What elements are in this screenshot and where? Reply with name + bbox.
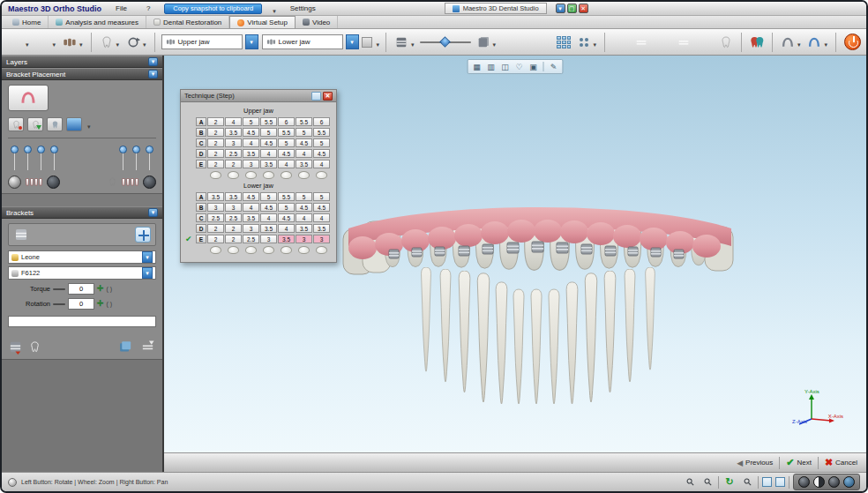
multi-view-button[interactable] <box>775 477 785 487</box>
chevron-down-icon[interactable] <box>375 34 380 50</box>
close-button[interactable]: ✕ <box>579 4 588 13</box>
layers-section-header[interactable]: Layers <box>2 56 162 68</box>
save-library-icon[interactable] <box>117 340 134 355</box>
technique-cell[interactable]: 5.5 <box>313 128 330 137</box>
rotate-tool-button[interactable] <box>124 32 148 53</box>
technique-cell[interactable]: 4.5 <box>296 138 312 147</box>
chevron-down-icon[interactable] <box>24 34 29 50</box>
chevron-down-icon[interactable] <box>141 34 146 50</box>
offset-slider-2[interactable] <box>21 144 34 172</box>
technique-cell[interactable]: 3.5 <box>313 224 330 233</box>
rotation-reset-icon[interactable]: ( ) <box>107 301 113 307</box>
technique-cell[interactable]: 2 <box>225 235 242 243</box>
dental-model[interactable] <box>336 177 742 417</box>
3d-viewport[interactable]: ▦ ▥ ◫ ♡ ▣ ✎ Technique (Step) ✕ Uppe <box>164 56 866 472</box>
tooth-icon[interactable] <box>296 170 312 180</box>
teeth-row-icon[interactable] <box>122 178 138 186</box>
technique-cell[interactable]: 2 <box>207 235 224 243</box>
offset-slider-6[interactable] <box>130 144 143 172</box>
technique-cell[interactable]: 4.5 <box>313 149 330 158</box>
chevron-down-icon[interactable] <box>51 34 56 50</box>
export-bracket-icon[interactable] <box>139 340 156 355</box>
technique-cell[interactable]: 5 <box>296 128 312 137</box>
slider-handle[interactable] <box>37 146 45 153</box>
technique-cell[interactable]: 3 <box>243 160 259 168</box>
transparency-slider[interactable] <box>420 36 471 49</box>
contrast-sphere-icon[interactable] <box>8 176 21 189</box>
menu-help[interactable]: ? <box>141 4 155 12</box>
offset-slider-5[interactable] <box>116 144 130 172</box>
tab-virtual-setup[interactable]: Virtual Setup <box>229 16 296 28</box>
tooth-icon[interactable] <box>260 170 277 180</box>
bracket-move-button[interactable] <box>135 227 151 243</box>
technique-cell[interactable]: 3.5 <box>278 235 295 243</box>
torque-slider[interactable] <box>53 288 65 290</box>
tab-video[interactable]: Video <box>296 16 338 28</box>
grid-view-button[interactable] <box>555 32 572 53</box>
upper-jaw-dropdown-button[interactable] <box>245 34 258 49</box>
split-view-icon[interactable]: ▥ <box>485 61 498 72</box>
bracket-export-icon[interactable] <box>8 340 23 355</box>
technique-cell[interactable]: 4 <box>278 160 295 168</box>
technique-row-label[interactable]: A <box>196 117 206 126</box>
textured-mode-button[interactable] <box>843 476 855 488</box>
technique-row-label[interactable]: C <box>196 213 206 222</box>
tab-dental-restoration[interactable]: Dental Restoration <box>146 16 229 28</box>
technique-cell[interactable]: 4.5 <box>296 203 312 212</box>
clamp-tool-button[interactable] <box>393 32 416 53</box>
technique-cell[interactable]: 5 <box>313 138 330 147</box>
copy-snapshot-dropdown-icon[interactable] <box>271 1 276 17</box>
tooth-add-button[interactable] <box>27 117 43 131</box>
technique-cell[interactable]: 5 <box>278 138 295 147</box>
technique-cell[interactable]: 5 <box>313 192 330 201</box>
offset-slider-4[interactable] <box>48 144 61 172</box>
minimize-button[interactable]: ▾ <box>556 4 565 13</box>
technique-cell[interactable]: 3.5 <box>260 224 277 233</box>
maximize-button[interactable]: ▢ <box>567 4 577 13</box>
arch-tool-button[interactable] <box>61 32 85 53</box>
technique-cell[interactable]: 2 <box>225 160 242 168</box>
band-tool-6-button[interactable] <box>717 32 735 53</box>
technique-cell[interactable]: 5.5 <box>278 192 295 201</box>
offset-slider-7[interactable] <box>143 144 156 172</box>
band-tool-5-button[interactable] <box>696 32 714 53</box>
technique-cell[interactable]: 3.5 <box>243 149 259 158</box>
dual-view-icon[interactable]: ◫ <box>499 61 512 72</box>
tooth-icon[interactable] <box>243 170 259 180</box>
copy-snapshot-button[interactable]: Copy snapshot to clipboard <box>164 4 262 14</box>
arch-selector-button[interactable] <box>8 85 49 111</box>
technique-cell[interactable]: 4.5 <box>260 138 277 147</box>
technique-cell[interactable]: 3 <box>260 235 277 243</box>
slider-handle[interactable] <box>132 146 140 153</box>
technique-cell[interactable]: 3 <box>296 235 312 243</box>
surface-mode-button[interactable] <box>66 117 82 131</box>
zoom-all-button[interactable] <box>700 475 715 489</box>
half-shaded-mode-button[interactable] <box>813 476 825 488</box>
pages-tool-button[interactable] <box>475 32 498 53</box>
technique-cell[interactable]: 5 <box>296 192 312 201</box>
bracket-placement-collapse-icon[interactable] <box>148 70 158 78</box>
technique-cell[interactable]: 5 <box>260 128 277 137</box>
slider-handle[interactable] <box>24 146 32 153</box>
chevron-down-icon[interactable] <box>78 34 83 50</box>
lower-jaw-combobox[interactable]: Lower jaw <box>262 34 343 49</box>
zoom-selection-button[interactable] <box>740 475 754 489</box>
menu-settings[interactable]: Settings <box>285 4 321 12</box>
slider-handle[interactable] <box>11 146 19 153</box>
tooth-icon[interactable] <box>278 170 295 180</box>
technique-row-label[interactable]: E <box>196 235 206 243</box>
band-tool-2-button[interactable] <box>632 32 650 53</box>
technique-cell[interactable]: 3.5 <box>207 192 224 201</box>
band-tool-4-button[interactable] <box>675 32 692 53</box>
tooth-mode-button[interactable] <box>47 117 63 131</box>
chevron-down-icon[interactable] <box>86 116 91 132</box>
brand-dropdown-button[interactable] <box>142 251 153 263</box>
technique-cell[interactable]: 4.5 <box>313 203 330 212</box>
teeth-row-tool-button[interactable] <box>34 32 58 53</box>
technique-cell[interactable]: 4 <box>225 117 242 126</box>
tooth-icon[interactable] <box>278 245 295 255</box>
tooth-icon[interactable] <box>313 245 330 255</box>
technique-cell[interactable]: 4.5 <box>243 192 259 201</box>
technique-cell[interactable]: 2 <box>207 138 224 147</box>
chevron-down-icon[interactable] <box>491 34 497 50</box>
